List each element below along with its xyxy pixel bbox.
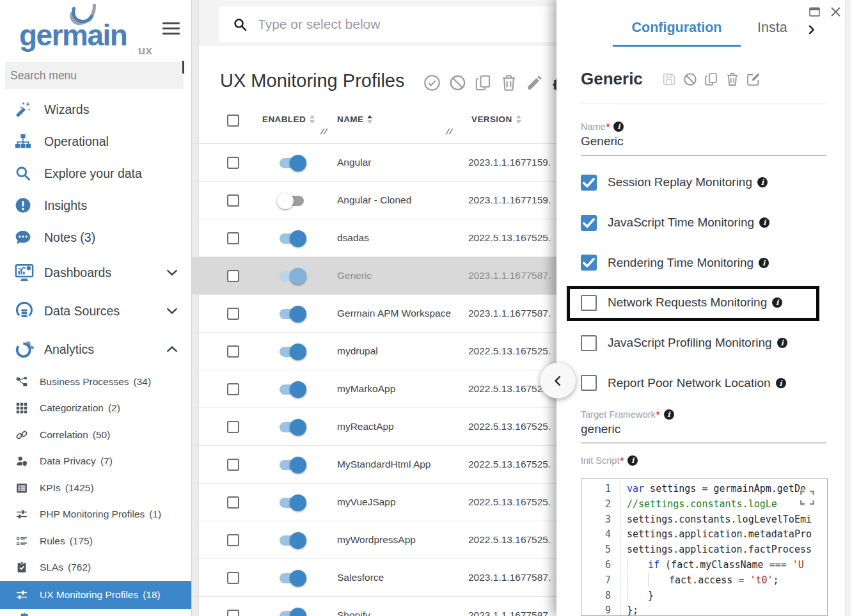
select-all-checkbox[interactable] — [227, 115, 239, 127]
sidebar-item-operational[interactable]: Operational — [0, 125, 191, 157]
table-row[interactable]: myReactApp2022.5.13.167525. — [192, 408, 556, 446]
name-field[interactable]: Name*i Generic — [581, 122, 826, 155]
row-checkbox[interactable] — [227, 308, 239, 320]
sidebar-item-dashboards[interactable]: Dashboards — [0, 253, 191, 292]
enabled-toggle[interactable] — [277, 532, 306, 549]
sidebar-item-insights[interactable]: Insights — [0, 189, 191, 221]
sidebar-item-notes-3[interactable]: Notes (3) — [0, 221, 191, 253]
tab-configuration[interactable]: Configuration — [613, 20, 741, 36]
target-framework-value[interactable]: generic — [581, 422, 826, 436]
table-row[interactable]: Generic2023.1.1.1677587. — [192, 257, 556, 295]
init-script-editor[interactable]: 1var settings = germainApm.getDe2//setti… — [581, 478, 828, 616]
table-row[interactable]: MyStandardHtml App2022.5.13.167525. — [192, 446, 556, 484]
sidebar-item-explore-your-data[interactable]: Explore your data — [0, 157, 191, 189]
column-header-version[interactable]: VERSION — [471, 115, 521, 124]
row-checkbox[interactable] — [227, 383, 239, 395]
info-icon[interactable]: i — [776, 378, 786, 388]
sort-icon[interactable] — [310, 115, 315, 123]
copy-icon[interactable] — [475, 74, 492, 91]
floppy-icon[interactable] — [662, 72, 676, 86]
tab-instances[interactable]: Insta — [757, 20, 797, 36]
trash-icon[interactable] — [500, 74, 517, 91]
column-header-name[interactable]: NAME — [337, 115, 372, 124]
chevron-up-icon[interactable] — [166, 343, 178, 356]
row-checkbox[interactable] — [227, 232, 239, 244]
row-checkbox[interactable] — [227, 157, 239, 169]
column-resize-handle[interactable] — [445, 129, 453, 135]
sidebar-item-wizards[interactable]: Wizards — [0, 93, 191, 125]
enabled-toggle[interactable] — [277, 155, 306, 171]
info-icon[interactable]: i — [759, 258, 769, 268]
table-row[interactable]: Salesforce2023.1.1.1677587. — [192, 559, 556, 597]
enabled-toggle[interactable] — [277, 457, 306, 473]
expand-icon[interactable] — [799, 489, 816, 506]
enabled-toggle[interactable] — [277, 344, 306, 360]
name-value[interactable]: Generic — [581, 134, 826, 148]
close-icon[interactable] — [830, 6, 842, 18]
table-row[interactable]: mydrupal2022.5.13.167525. — [192, 333, 556, 370]
info-icon[interactable]: i — [664, 409, 674, 420]
enabled-toggle[interactable] — [277, 494, 306, 511]
maximize-icon[interactable] — [809, 6, 821, 18]
detail-scrollbar[interactable] — [845, 0, 851, 616]
enabled-toggle[interactable] — [277, 570, 306, 587]
table-row[interactable]: dsadas2022.5.13.167525. — [192, 219, 556, 257]
pencil-icon[interactable] — [526, 74, 543, 91]
sidebar-item-ux-monitoring-profiles[interactable]: UX Monitoring Profiles(18) — [0, 581, 191, 609]
enabled-toggle[interactable] — [277, 230, 306, 247]
chevron-down-icon[interactable] — [166, 304, 178, 317]
sort-asc-icon[interactable] — [367, 115, 372, 123]
row-checkbox[interactable] — [227, 194, 239, 207]
checkbox-unchecked[interactable] — [581, 375, 597, 391]
sidebar-item-data-privacy[interactable]: Data Privacy(7) — [0, 448, 191, 475]
copy-icon[interactable] — [704, 72, 718, 86]
row-checkbox[interactable] — [227, 459, 239, 471]
column-resize-handle[interactable] — [320, 129, 327, 135]
info-icon[interactable]: i — [613, 122, 624, 132]
sidebar-item-data-sources[interactable]: Data Sources — [0, 292, 191, 330]
enabled-toggle[interactable] — [277, 193, 306, 209]
enabled-toggle[interactable] — [277, 306, 306, 322]
enabled-toggle[interactable] — [277, 608, 306, 616]
info-icon[interactable]: i — [759, 217, 769, 228]
sidebar-item-slas[interactable]: SLAs(762) — [0, 555, 191, 581]
sidebar-item-php-monitoring-profiles[interactable]: PHP Monitoring Profiles(1) — [0, 501, 191, 528]
info-icon[interactable]: i — [627, 455, 638, 466]
sidebar-item-analytics[interactable]: Analytics — [0, 330, 191, 368]
checkbox-unchecked[interactable] — [581, 295, 597, 311]
gear-icon[interactable] — [551, 74, 556, 91]
pencil-square-icon[interactable] — [746, 72, 761, 86]
chevron-down-icon[interactable] — [166, 266, 178, 279]
checkbox-checked[interactable] — [581, 175, 597, 191]
checkbox-checked[interactable] — [581, 255, 597, 271]
sidebar-item-categorization[interactable]: Categorization(2) — [0, 395, 191, 422]
info-icon[interactable]: i — [777, 338, 787, 348]
target-framework-field[interactable]: Target Framework*i generic — [581, 409, 826, 443]
column-header-enabled[interactable]: ENABLED — [262, 115, 315, 124]
row-checkbox[interactable] — [227, 534, 239, 546]
table-row[interactable]: myVueJSapp2022.5.13.167525. — [192, 484, 556, 521]
row-checkbox[interactable] — [227, 496, 239, 509]
row-checkbox[interactable] — [227, 421, 239, 433]
sidebar-search-input[interactable] — [5, 62, 184, 89]
profiles-search-input[interactable] — [258, 17, 556, 32]
enabled-toggle[interactable] — [277, 268, 306, 285]
ban-icon[interactable] — [449, 74, 466, 91]
hamburger-menu-icon[interactable] — [162, 22, 180, 35]
gear-icon[interactable] — [17, 611, 32, 616]
chevron-right-icon[interactable] — [806, 24, 817, 35]
sort-icon[interactable] — [516, 115, 521, 123]
enabled-toggle[interactable] — [277, 419, 306, 436]
sidebar-item-kpis[interactable]: KPIs(1425) — [0, 475, 191, 501]
circle-check-icon[interactable] — [423, 74, 441, 91]
checkbox-unchecked[interactable] — [581, 335, 597, 351]
table-row[interactable]: Shopify2023.1.1.1677587 — [192, 597, 556, 616]
table-row[interactable]: myWordpressApp2022.5.13.167525. — [192, 521, 556, 559]
row-checkbox[interactable] — [227, 345, 239, 358]
row-checkbox[interactable] — [227, 270, 239, 282]
sidebar-item-correlation[interactable]: Correlation(50) — [0, 422, 191, 448]
row-checkbox[interactable] — [227, 610, 239, 616]
table-row[interactable]: myMarkoApp2022.5.13.167525. — [192, 370, 556, 408]
table-row[interactable]: Angular2023.1.1.1677159. — [192, 144, 556, 182]
collapse-panel-button[interactable] — [540, 363, 576, 399]
